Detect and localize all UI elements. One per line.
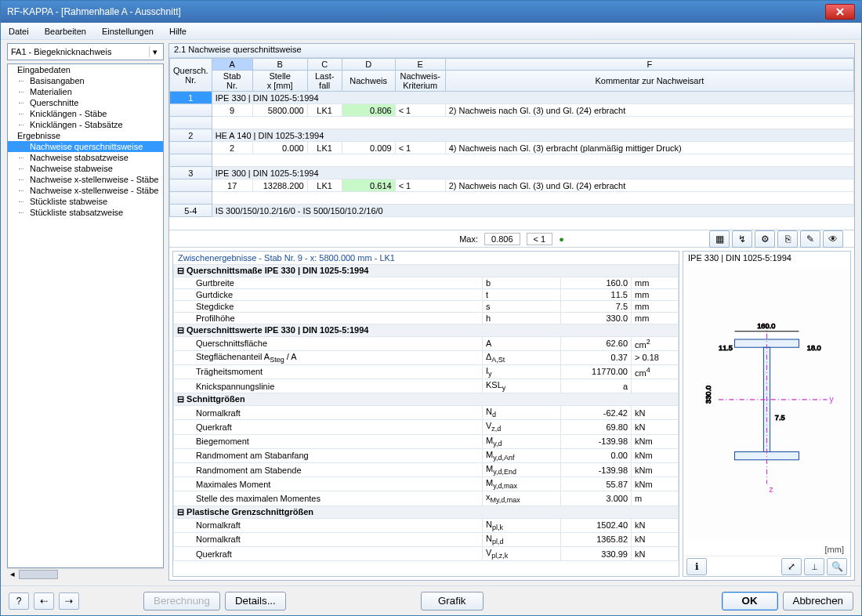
toolbar-icon-3[interactable]: ⚙ (755, 230, 775, 248)
svg-text:7.5: 7.5 (775, 414, 785, 422)
unit-label: [mm] (683, 543, 850, 556)
details-button[interactable]: Details... (225, 592, 286, 611)
max-label: Max: (459, 234, 478, 244)
menubar: Datei Bearbeiten Einstellungen Hilfe (1, 23, 861, 40)
tree-item[interactable]: Nachweise stabsatzweise (8, 152, 163, 163)
tree-item[interactable]: Stückliste stabweise (8, 196, 163, 207)
tree-item[interactable]: Nachweise x-stellenweise - Stäbe (8, 174, 163, 185)
titlebar: RF-KAPPA - [Rahmenhalle A - Ausschnitt] (1, 1, 861, 23)
results-grid[interactable]: Quersch.Nr. A B C D E F StabNr. Stellex … (169, 58, 854, 217)
tree-item[interactable]: Materialien (8, 86, 163, 97)
toolbar-icon-6[interactable]: 👁 (823, 230, 843, 248)
ok-button[interactable]: OK (722, 592, 778, 611)
details-panel: Zwischenergebnisse - Stab Nr. 9 - x: 580… (172, 251, 679, 577)
case-combo[interactable]: FA1 - Biegeknicknachweis ▾ (7, 43, 164, 60)
tree-item[interactable]: Querschnitte (8, 97, 163, 108)
app-window: RF-KAPPA - [Rahmenhalle A - Ausschnitt] … (0, 0, 862, 616)
menu-einstellungen[interactable]: Einstellungen (99, 25, 157, 38)
window-title: RF-KAPPA - [Rahmenhalle A - Ausschnitt] (7, 6, 824, 17)
tree-item[interactable]: Knicklängen - Stabsätze (8, 119, 163, 130)
footer-bar: ? ⇠ ⇢ Berechnung Details... Grafik OK Ab… (1, 585, 861, 615)
details-title: Zwischenergebnisse - Stab Nr. 9 - x: 580… (173, 252, 679, 264)
grafik-button[interactable]: Grafik (421, 592, 484, 611)
svg-text:z: z (770, 485, 773, 494)
panel-title: 2.1 Nachweise querschnittsweise (169, 44, 854, 58)
main-panel: 2.1 Nachweise querschnittsweise Quersch.… (168, 43, 855, 581)
close-button[interactable] (825, 4, 855, 20)
svg-text:y: y (829, 395, 834, 404)
details-grid[interactable]: ⊟ Querschnittsmaße IPE 330 | DIN 1025-5:… (173, 264, 679, 576)
preview-tool-1[interactable]: ⤢ (781, 558, 802, 575)
svg-text:18.0: 18.0 (807, 344, 821, 352)
info-icon[interactable]: ℹ (686, 558, 707, 575)
toolbar-icon-2[interactable]: ↯ (732, 230, 752, 248)
tree-item-selected[interactable]: Nachweise querschnittsweise (8, 141, 163, 152)
check-icon: ● (559, 234, 564, 244)
chevron-down-icon: ▾ (149, 46, 160, 57)
toolbar-icon-5[interactable]: ✎ (800, 230, 820, 248)
nav-tree[interactable]: Eingabedaten Basisangaben Materialien Qu… (7, 63, 164, 568)
tree-item[interactable]: Knicklängen - Stäbe (8, 108, 163, 119)
tree-item[interactable]: Stückliste stabsatzweise (8, 207, 163, 218)
svg-text:160.0: 160.0 (757, 322, 775, 330)
tree-item[interactable]: Basisangaben (8, 75, 163, 86)
preview-panel: IPE 330 | DIN 1025-5:1994 (683, 251, 851, 577)
menu-bearbeiten[interactable]: Bearbeiten (42, 25, 89, 38)
menu-datei[interactable]: Datei (5, 25, 32, 38)
tree-item[interactable]: Nachweise x-stellenweise - Stäbe (8, 185, 163, 196)
preview-title: IPE 330 | DIN 1025-5:1994 (683, 252, 850, 264)
prev-page-icon[interactable]: ⇠ (34, 592, 54, 610)
svg-text:330.0: 330.0 (704, 386, 712, 404)
cancel-button[interactable]: Abbrechen (783, 592, 853, 611)
preview-tool-3[interactable]: 🔍 (827, 558, 847, 575)
max-row: Max: 0.806 < 1 ● ▦ ↯ ⚙ ⎘ ✎ 👁 (169, 230, 854, 248)
menu-hilfe[interactable]: Hilfe (166, 25, 190, 38)
tree-scrollbar[interactable]: ◂ (7, 568, 164, 581)
toolbar-icon-4[interactable]: ⎘ (777, 230, 798, 248)
tree-root-input[interactable]: Eingabedaten (8, 64, 163, 75)
tree-root-results[interactable]: Ergebnisse (8, 130, 163, 141)
preview-canvas: y z 160.0 11.5 18.0 330.0 7.5 (686, 267, 847, 540)
next-page-icon[interactable]: ⇢ (59, 592, 79, 610)
svg-text:11.5: 11.5 (719, 344, 733, 352)
case-combo-value: FA1 - Biegeknicknachweis (11, 47, 111, 56)
max-criterion: < 1 (527, 233, 553, 245)
preview-tool-2[interactable]: ⟂ (804, 558, 824, 575)
max-value: 0.806 (484, 233, 520, 245)
help-icon[interactable]: ? (9, 592, 29, 610)
calc-button: Berechnung (143, 592, 220, 611)
toolbar-icon-1[interactable]: ▦ (709, 230, 730, 248)
col-qs: Quersch.Nr. (170, 59, 212, 92)
tree-item[interactable]: Nachweise stabweise (8, 163, 163, 174)
